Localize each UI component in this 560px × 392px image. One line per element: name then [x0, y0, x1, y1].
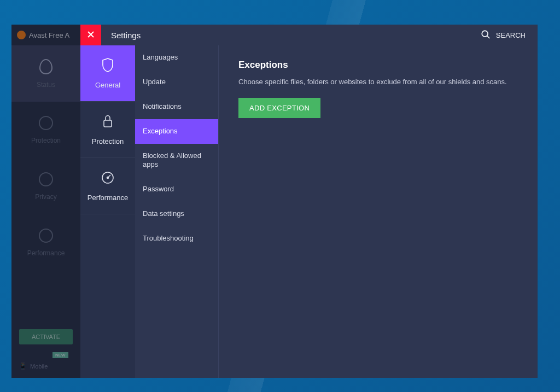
content-description: Choose specific files, folders or websit…: [238, 77, 518, 87]
category-label: General: [95, 81, 120, 89]
main-sidebar: Avast Free A Status Protection Privacy P…: [11, 25, 80, 378]
sidebar-item-label: Privacy: [35, 193, 56, 201]
svg-line-1: [487, 36, 490, 38]
settings-header: Settings SEARCH: [80, 25, 538, 45]
mobile-label: Mobile: [30, 363, 48, 370]
sub-item-update[interactable]: Update: [135, 70, 218, 95]
performance-icon: [39, 229, 53, 243]
sidebar-item-status[interactable]: Status: [11, 45, 80, 102]
sidebar-item-privacy[interactable]: Privacy: [11, 158, 80, 214]
brand-label: Avast Free A: [29, 31, 69, 39]
category-item-protection[interactable]: Protection: [80, 102, 135, 158]
sidebar-item-performance[interactable]: Performance: [11, 214, 80, 271]
close-icon: [88, 30, 94, 40]
sub-item-blocked-allowed[interactable]: Blocked & Allowed apps: [135, 144, 218, 178]
sidebar-item-protection[interactable]: Protection: [11, 102, 80, 158]
search-icon: [481, 30, 491, 41]
category-label: Protection: [92, 137, 124, 145]
status-shield-icon: [39, 59, 52, 74]
sidebar-item-label: Status: [37, 81, 55, 89]
sidebar-bottom: ACTIVATE NEW 📱 Mobile: [11, 325, 80, 378]
mobile-link[interactable]: 📱 Mobile: [11, 362, 80, 370]
sidebar-item-label: Performance: [27, 249, 65, 257]
content-title: Exceptions: [238, 60, 518, 71]
sidebar-item-label: Protection: [31, 137, 61, 144]
svg-point-0: [482, 31, 488, 37]
category-label: Performance: [88, 194, 128, 202]
svg-point-5: [107, 177, 109, 179]
new-badge: NEW: [52, 352, 68, 358]
search-button[interactable]: SEARCH: [481, 30, 538, 41]
sub-item-data-settings[interactable]: Data settings: [135, 202, 218, 226]
protection-lock-icon: [39, 116, 53, 130]
close-button[interactable]: [80, 25, 101, 45]
shield-icon: [101, 57, 114, 74]
gauge-icon: [101, 170, 114, 187]
svg-rect-2: [104, 120, 112, 127]
activate-button[interactable]: ACTIVATE: [19, 329, 73, 344]
content-area: Exceptions Choose specific files, folder…: [219, 45, 538, 378]
sub-item-password[interactable]: Password: [135, 177, 218, 202]
add-exception-button[interactable]: ADD EXCEPTION: [238, 98, 320, 118]
brand-area: Avast Free A: [11, 25, 80, 45]
brand-logo-icon: [17, 31, 26, 39]
lock-icon: [101, 114, 114, 131]
privacy-icon: [39, 172, 53, 186]
sub-item-notifications[interactable]: Notifications: [135, 95, 218, 119]
settings-modal: Settings SEARCH General: [80, 25, 538, 378]
search-label: SEARCH: [496, 31, 526, 39]
category-sidebar: General Protection: [80, 45, 135, 378]
sub-item-troubleshooting[interactable]: Troubleshooting: [135, 226, 218, 251]
sub-item-languages[interactable]: Languages: [135, 45, 218, 70]
mobile-icon: 📱: [19, 362, 27, 370]
settings-body: General Protection: [80, 45, 538, 378]
sub-item-exceptions[interactable]: Exceptions: [135, 119, 218, 144]
sub-sidebar: Languages Update Notifications Exception…: [135, 45, 219, 378]
settings-title: Settings: [111, 31, 481, 40]
category-item-performance[interactable]: Performance: [80, 158, 135, 214]
category-item-general[interactable]: General: [80, 45, 135, 102]
